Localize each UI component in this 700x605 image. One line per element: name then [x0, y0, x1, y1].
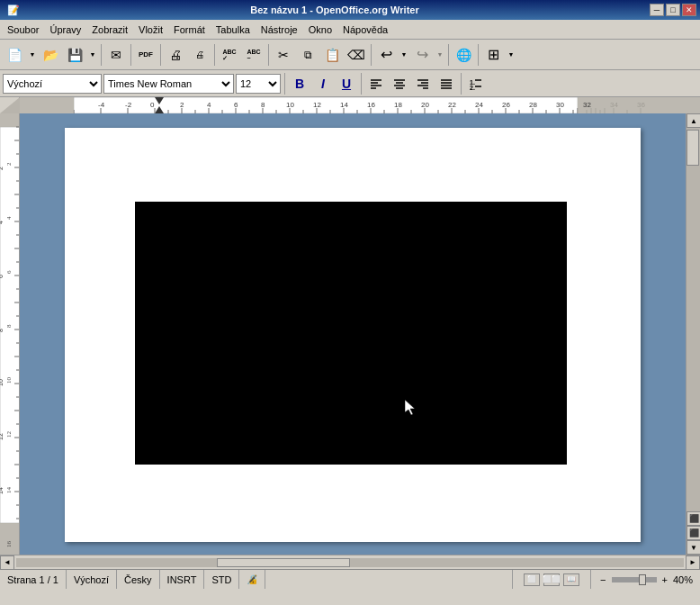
autocorrect-button[interactable]: ABC~ [242, 43, 265, 67]
svg-text:12: 12 [5, 431, 13, 438]
view-layout-buttons: ⬜ ⬜⬜ 📖 [512, 570, 591, 589]
size-select[interactable]: 12 [236, 74, 281, 94]
vertical-scrollbar[interactable]: ▲ ⬛ ⬛ ▼ [686, 113, 700, 555]
document-area[interactable] [20, 113, 686, 555]
svg-text:4: 4 [207, 101, 211, 109]
scroll-page-down[interactable]: ⬛ [687, 526, 700, 540]
toolbar2-formatting: Výchozí Times New Roman 12 B I U 1.2. [0, 70, 700, 97]
menu-format[interactable]: Formát [168, 20, 211, 39]
selection-mode-status[interactable]: STD [204, 570, 239, 589]
page-number-status: Strana 1 / 1 [0, 570, 67, 589]
scroll-down-button[interactable]: ▼ [687, 540, 700, 555]
menu-soubor[interactable]: Soubor [2, 20, 44, 39]
paste-button[interactable]: 📋 [320, 43, 344, 67]
new-button[interactable]: 📄 [3, 43, 26, 67]
align-left-button[interactable] [365, 74, 387, 94]
svg-text:10: 10 [286, 101, 294, 109]
open-button[interactable]: 📂 [39, 43, 62, 67]
zoom-minus-button[interactable]: − [598, 574, 607, 585]
menu-nastroje[interactable]: Nástroje [256, 20, 303, 39]
menu-vlozit[interactable]: Vložit [133, 20, 168, 39]
separator2 [130, 44, 131, 66]
align-right-button[interactable] [412, 74, 434, 94]
print-icon: 🖨 [169, 48, 182, 62]
horizontal-scrollbar[interactable]: ◄ ► [0, 555, 700, 569]
svg-text:30: 30 [556, 101, 564, 109]
scroll-right-button[interactable]: ► [686, 555, 700, 570]
scroll-track-v[interactable] [687, 128, 700, 511]
ruler-area: -4 -2 2 4 6 8 10 12 14 16 18 [0, 97, 700, 113]
svg-marker-20 [0, 97, 20, 113]
menu-tabulka[interactable]: Tabulka [211, 20, 256, 39]
menu-napoveda[interactable]: Nápověda [337, 20, 393, 39]
spellcheck-button[interactable]: ABC✓ [218, 43, 241, 67]
copy-button[interactable]: ⧉ [296, 43, 319, 67]
hyperlink-button[interactable]: 🌐 [452, 43, 475, 67]
zoom-slider[interactable] [612, 577, 657, 582]
table-dropdown[interactable]: ▼ [506, 43, 516, 67]
scroll-left-button[interactable]: ◄ [0, 555, 14, 570]
maximize-button[interactable]: □ [666, 4, 680, 16]
table-button[interactable]: ⊞ [481, 43, 505, 67]
save-icon: 💾 [67, 48, 83, 62]
print-preview-button[interactable]: 🖨 [188, 43, 211, 67]
scroll-page-up[interactable]: ⬛ [687, 511, 700, 526]
view-multi-page-button[interactable]: ⬜⬜ [543, 573, 560, 586]
erase-icon: ⌫ [347, 48, 365, 62]
undo-dropdown[interactable]: ▼ [399, 43, 409, 67]
email-button[interactable]: ✉ [104, 43, 128, 67]
close-button[interactable]: ✕ [682, 4, 696, 16]
window-controls: ─ □ ✕ [650, 4, 696, 16]
bold-button[interactable]: B [289, 74, 310, 94]
menu-okno[interactable]: Okno [303, 20, 337, 39]
underline-button[interactable]: U [336, 74, 357, 94]
zoom-controls: − + 40% [591, 570, 700, 589]
cut-button[interactable]: ✂ [272, 43, 295, 67]
svg-text:2.: 2. [470, 85, 475, 90]
svg-text:12: 12 [313, 101, 321, 109]
scroll-track-h[interactable] [16, 558, 684, 567]
toolbar1: 📄 ▼ 📂 💾 ▼ ✉ PDF 🖨 🖨 ABC✓ ABC~ ✂ ⧉ 📋 ⌫ ↩ … [0, 40, 700, 70]
ruler-corner [0, 97, 20, 113]
print-button[interactable]: 🖨 [164, 43, 187, 67]
svg-text:14: 14 [5, 487, 13, 494]
pdf-icon: PDF [139, 50, 153, 59]
font-select[interactable]: Times New Roman [103, 74, 234, 94]
view-single-page-button[interactable]: ⬜ [524, 573, 540, 586]
svg-text:32: 32 [583, 101, 591, 109]
svg-rect-90 [578, 97, 700, 113]
redo-dropdown[interactable]: ▼ [435, 43, 445, 67]
separator-fmt1 [284, 73, 285, 95]
embedded-object[interactable] [135, 202, 567, 465]
view-book-button[interactable]: 📖 [563, 573, 579, 586]
scroll-up-button[interactable]: ▲ [687, 113, 700, 128]
save-dropdown[interactable]: ▼ [87, 43, 98, 67]
align-justify-button[interactable] [435, 74, 457, 94]
svg-text:24: 24 [475, 101, 483, 109]
align-center-button[interactable] [389, 74, 410, 94]
svg-text:26: 26 [502, 101, 510, 109]
italic-button[interactable]: I [312, 74, 334, 94]
svg-text:10: 10 [5, 377, 13, 384]
erase-button[interactable]: ⌫ [345, 43, 368, 67]
redo-button[interactable]: ↪ [410, 43, 434, 67]
window-title: Bez názvu 1 - OpenOffice.org Writer [20, 5, 650, 15]
menu-upravy[interactable]: Úpravy [44, 20, 86, 39]
new-dropdown[interactable]: ▼ [27, 43, 38, 67]
undo-button[interactable]: ↩ [374, 43, 398, 67]
style-select[interactable]: Výchozí [3, 74, 102, 94]
save-button[interactable]: 💾 [63, 43, 86, 67]
zoom-plus-button[interactable]: + [660, 574, 669, 585]
export-pdf-button[interactable]: PDF [134, 43, 157, 67]
svg-text:12: 12 [0, 433, 4, 440]
scroll-thumb-h[interactable] [217, 558, 350, 567]
menu-zobrazit[interactable]: Zobrazit [86, 20, 133, 39]
scroll-thumb-v[interactable] [687, 130, 699, 166]
insert-mode-status[interactable]: INSRT [160, 570, 205, 589]
table-icon: ⊞ [488, 46, 499, 63]
svg-text:2: 2 [180, 101, 184, 109]
minimize-button[interactable]: ─ [650, 4, 664, 16]
numbering-button[interactable]: 1.2. [465, 74, 487, 94]
view-icons: ⬜ ⬜⬜ 📖 [520, 573, 583, 586]
svg-text:6: 6 [234, 101, 238, 109]
